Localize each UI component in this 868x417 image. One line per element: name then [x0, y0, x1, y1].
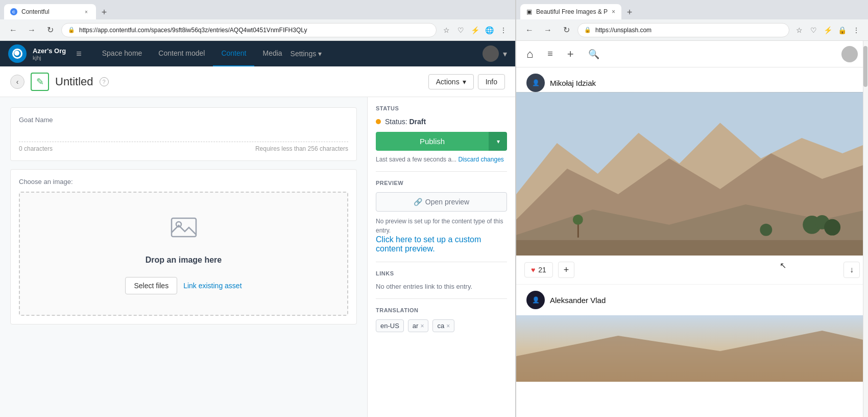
- nav-space-home[interactable]: Space home: [94, 41, 151, 66]
- save-time-text: Last saved a few seconds a...: [376, 156, 456, 163]
- lang-ca-close-icon[interactable]: ×: [446, 322, 450, 330]
- bookmark-icon[interactable]: ☆: [441, 25, 452, 36]
- setup-preview-link[interactable]: Click here to set up a custom content pr…: [376, 235, 481, 253]
- char-limit: Requires less than 256 characters: [255, 145, 348, 152]
- link-asset-button[interactable]: Link existing asset: [183, 282, 242, 290]
- heart-icon: ♥: [531, 266, 535, 274]
- actions-label: Actions: [436, 78, 460, 86]
- image-placeholder-icon: [170, 213, 198, 247]
- photographer-1-initials: 👤: [532, 79, 540, 86]
- right-browser: ▣ Beautiful Free Images & P × + ← → ↻ 🔒 …: [516, 0, 868, 417]
- right-back-button[interactable]: ←: [522, 23, 537, 37]
- contentful-tab[interactable]: C Contentful ×: [4, 4, 96, 19]
- left-browser: C Contentful × + ← → ↻ 🔒 https://app.con…: [0, 0, 516, 417]
- unsplash-home-icon[interactable]: ⌂: [526, 48, 533, 61]
- info-button[interactable]: Info: [478, 74, 505, 89]
- image-section: Choose an image: Drop an image here Sele…: [10, 169, 357, 325]
- unsplash-search-icon[interactable]: 🔍: [588, 49, 599, 60]
- extension-icon[interactable]: ⚡: [469, 25, 480, 36]
- preview-note: No preview is set up for the content typ…: [376, 217, 507, 235]
- entry-sidebar: STATUS Status: Draft Publish ▾ Last save…: [367, 97, 515, 417]
- tab-close-btn[interactable]: ×: [83, 8, 90, 15]
- right-new-tab-button[interactable]: +: [622, 5, 637, 19]
- right-scrollbar[interactable]: [863, 41, 868, 417]
- drop-zone[interactable]: Drop an image here Select files Link exi…: [19, 192, 348, 316]
- url-bar[interactable]: 🔒 https://app.contentful.com/spaces/9sft…: [61, 23, 437, 37]
- right-reload-button[interactable]: ↻: [559, 23, 573, 37]
- right-scrollbar-thumb[interactable]: [863, 46, 867, 87]
- download-button[interactable]: ↓: [843, 262, 860, 278]
- nav-settings[interactable]: Settings ▾: [291, 41, 322, 66]
- unsplash-tab-title: Beautiful Free Images & P: [536, 8, 608, 15]
- contentful-logo: [8, 44, 27, 63]
- right-profile-icon[interactable]: 🔒: [836, 25, 848, 36]
- help-button[interactable]: ?: [100, 77, 109, 86]
- org-selector[interactable]: Azer's Org kjhj: [33, 47, 66, 61]
- right-menu-icon[interactable]: ⋮: [851, 25, 862, 36]
- unsplash-user-avatar[interactable]: [841, 46, 858, 62]
- publish-btn-group: Publish ▾: [376, 132, 507, 151]
- status-text: Status: Draft: [385, 118, 426, 126]
- right-address-bar: ← → ↻ 🔒 https://unsplash.com ☆ ♡ ⚡ 🔒 ⋮: [516, 19, 868, 41]
- unsplash-nav: ⌂ ≡ + 🔍: [516, 41, 868, 67]
- reload-button[interactable]: ↻: [43, 23, 57, 37]
- settings-chevron: ▾: [318, 50, 322, 58]
- user-menu-arrow[interactable]: ▾: [503, 49, 507, 59]
- preview-section: PREVIEW 🔗 Open preview No preview is set…: [376, 180, 507, 262]
- unsplash-layers-icon[interactable]: ≡: [547, 49, 553, 59]
- nav-media[interactable]: Media: [254, 41, 290, 66]
- discard-changes-link[interactable]: Discard changes: [458, 156, 503, 163]
- save-info: Last saved a few seconds a... Discard ch…: [376, 156, 507, 163]
- back-button[interactable]: ←: [6, 23, 20, 37]
- right-url-bar[interactable]: 🔒 https://unsplash.com: [577, 23, 789, 37]
- open-preview-label: Open preview: [425, 198, 469, 206]
- publish-arrow-button[interactable]: ▾: [489, 132, 507, 151]
- profile-icon[interactable]: 🌐: [484, 25, 495, 36]
- right-tab-bar: ▣ Beautiful Free Images & P × +: [516, 0, 868, 19]
- entry-type-icon: ✎: [31, 73, 49, 91]
- forward-button[interactable]: →: [25, 23, 39, 37]
- publish-button[interactable]: Publish: [376, 132, 489, 151]
- goat-name-input[interactable]: [19, 128, 348, 142]
- goat-name-field-group: Goat Name 0 characters Requires less tha…: [10, 107, 357, 161]
- photographer-2-name: Aleksander Vlad: [550, 296, 606, 305]
- heart-icon[interactable]: ♡: [455, 25, 466, 36]
- right-forward-button[interactable]: →: [541, 23, 555, 37]
- photographer-1-avatar: 👤: [526, 74, 545, 92]
- hamburger-menu[interactable]: ≡: [76, 49, 82, 59]
- unsplash-tab[interactable]: ▣ Beautiful Free Images & P ×: [520, 4, 621, 19]
- unsplash-tab-close[interactable]: ×: [612, 8, 615, 15]
- char-count: 0 characters: [19, 145, 53, 152]
- status-section: STATUS Status: Draft Publish ▾ Last save…: [376, 105, 507, 172]
- lang-ar-close-icon[interactable]: ×: [420, 322, 424, 330]
- select-files-button[interactable]: Select files: [125, 277, 177, 294]
- logo-inner: [12, 49, 22, 59]
- right-address-actions: ☆ ♡ ⚡ 🔒 ⋮: [793, 25, 862, 36]
- status-label: Status:: [385, 118, 407, 126]
- address-bar: ← → ↻ 🔒 https://app.contentful.com/space…: [0, 19, 515, 41]
- right-heart-icon[interactable]: ♡: [808, 25, 819, 36]
- right-extension-icon[interactable]: ⚡: [822, 25, 833, 36]
- nav-content-model[interactable]: Content model: [150, 41, 213, 66]
- like-button[interactable]: ♥ 21: [524, 262, 553, 277]
- tab-title: Contentful: [21, 8, 50, 15]
- right-bookmark-icon[interactable]: ☆: [793, 25, 805, 36]
- user-avatar[interactable]: [483, 45, 499, 62]
- preview-note-text: No preview is set up for the content typ…: [376, 218, 503, 234]
- add-to-collection-button[interactable]: +: [558, 262, 574, 278]
- entry-title: Untitled: [55, 75, 93, 88]
- new-tab-button[interactable]: +: [97, 5, 111, 19]
- lang-ar-label: ar: [413, 322, 419, 330]
- settings-label: Settings: [291, 50, 317, 58]
- org-sub: kjhj: [33, 55, 66, 61]
- menu-icon[interactable]: ⋮: [498, 25, 509, 36]
- back-to-list-button[interactable]: ‹: [10, 75, 25, 89]
- lock-icon: 🔒: [68, 27, 75, 33]
- lang-en-us-label: en-US: [380, 322, 399, 330]
- open-preview-button[interactable]: 🔗 Open preview: [376, 192, 507, 212]
- entry-body: Goat Name 0 characters Requires less tha…: [0, 97, 515, 417]
- photographer-2-info: 👤 Aleksander Vlad: [516, 285, 868, 315]
- nav-content[interactable]: Content: [213, 41, 254, 66]
- unsplash-add-icon[interactable]: +: [567, 48, 574, 61]
- actions-button[interactable]: Actions ▾: [428, 74, 474, 89]
